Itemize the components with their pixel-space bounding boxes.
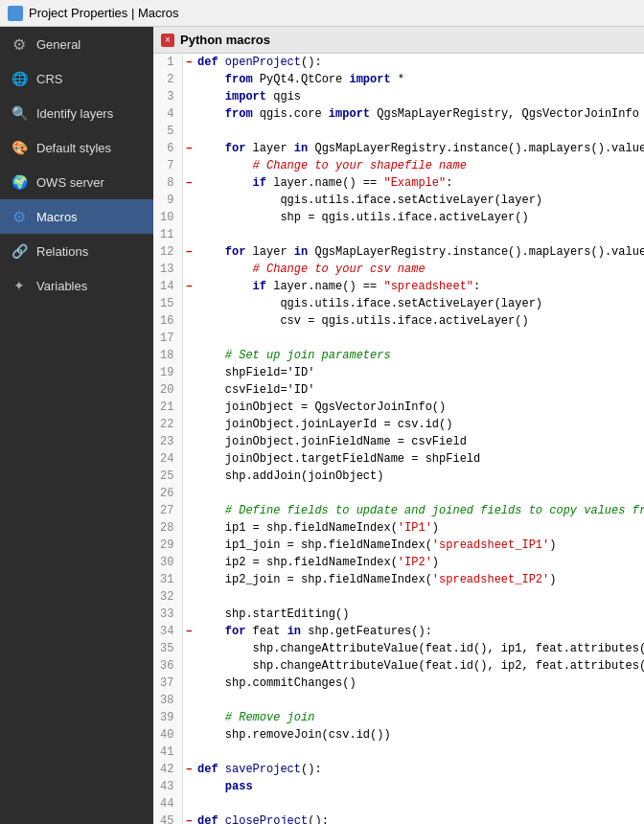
sidebar-item-default-styles[interactable]: Default styles	[0, 130, 153, 165]
table-row: 43 pass	[153, 778, 644, 795]
line-number: 31	[153, 571, 182, 588]
main-container: General CRS Identify layers Default styl…	[0, 27, 644, 824]
line-number: 21	[153, 399, 182, 416]
line-number: 44	[153, 795, 182, 813]
table-row: 42–def saveProject():	[153, 761, 644, 778]
line-indicator: –	[182, 813, 194, 824]
sidebar-item-macros[interactable]: Macros	[0, 199, 153, 234]
line-number: 28	[153, 519, 182, 537]
sidebar: General CRS Identify layers Default styl…	[0, 27, 153, 824]
line-indicator	[182, 726, 194, 744]
table-row: 44	[153, 795, 644, 813]
table-row: 17	[153, 330, 644, 347]
line-number: 40	[153, 726, 182, 744]
line-code: import qgis	[194, 88, 644, 105]
line-indicator	[182, 226, 194, 243]
line-code: shp = qgis.utils.iface.activeLayer()	[194, 209, 644, 226]
line-code: # Change to your csv name	[194, 261, 644, 278]
line-number: 6	[153, 140, 182, 157]
line-number: 38	[153, 692, 182, 709]
line-code: shp.removeJoin(csv.id())	[194, 726, 644, 744]
table-row: 41	[153, 744, 644, 761]
line-indicator	[182, 364, 194, 381]
table-row: 39 # Remove join	[153, 709, 644, 726]
table-row: 29 ip1_join = shp.fieldNameIndex('spread…	[153, 537, 644, 554]
line-number: 3	[153, 88, 182, 105]
line-code: # Set up join parameters	[194, 347, 644, 364]
line-code: if layer.name() == "Example":	[194, 174, 644, 192]
line-number: 33	[153, 606, 182, 623]
line-number: 4	[153, 105, 182, 123]
line-number: 20	[153, 381, 182, 399]
line-number: 2	[153, 71, 182, 88]
identify-icon	[10, 103, 29, 123]
sidebar-item-general[interactable]: General	[0, 27, 153, 61]
line-code: csv = qgis.utils.iface.activeLayer()	[194, 312, 644, 330]
line-number: 12	[153, 243, 182, 261]
table-row: 5	[153, 123, 644, 140]
table-row: 13 # Change to your csv name	[153, 261, 644, 278]
macros-icon	[10, 207, 29, 226]
table-row: 26	[153, 485, 644, 502]
line-indicator	[182, 657, 194, 675]
table-row: 24 joinObject.targetFieldName = shpField	[153, 450, 644, 468]
line-code: # Remove join	[194, 709, 644, 726]
line-indicator: –	[182, 623, 194, 640]
content-area: × Python macros 1–def openProject():2 fr…	[153, 27, 644, 824]
line-code: joinObject = QgsVectorJoinInfo()	[194, 399, 644, 416]
table-row: 3 import qgis	[153, 88, 644, 105]
line-code: # Define fields to update and joined fie…	[194, 502, 644, 519]
sidebar-item-relations[interactable]: Relations	[0, 234, 153, 268]
variables-icon	[10, 276, 29, 295]
table-row: 19 shpField='ID'	[153, 364, 644, 381]
sidebar-label-relations: Relations	[36, 244, 88, 259]
line-code: from PyQt4.QtCore import *	[194, 71, 644, 88]
line-code: qgis.utils.iface.setActiveLayer(layer)	[194, 192, 644, 209]
line-number: 7	[153, 157, 182, 174]
line-number: 23	[153, 433, 182, 450]
table-row: 11	[153, 226, 644, 243]
line-code: for layer in QgsMapLayerRegistry.instanc…	[194, 243, 644, 261]
line-indicator: –	[182, 278, 194, 295]
line-number: 42	[153, 761, 182, 778]
line-code: joinObject.joinLayerId = csv.id()	[194, 416, 644, 433]
line-number: 37	[153, 675, 182, 692]
line-number: 26	[153, 485, 182, 502]
code-editor[interactable]: 1–def openProject():2 from PyQt4.QtCore …	[153, 54, 644, 824]
line-indicator	[182, 675, 194, 692]
line-code: def saveProject():	[194, 761, 644, 778]
sidebar-item-crs[interactable]: CRS	[0, 61, 153, 96]
line-number: 41	[153, 744, 182, 761]
sidebar-label-general: General	[36, 37, 80, 52]
general-icon	[10, 34, 29, 54]
line-indicator	[182, 295, 194, 312]
line-number: 18	[153, 347, 182, 364]
line-code	[194, 692, 644, 709]
sidebar-item-variables[interactable]: Variables	[0, 268, 153, 303]
line-indicator	[182, 468, 194, 485]
sidebar-label-ows: OWS server	[36, 175, 104, 190]
app-icon	[8, 6, 23, 21]
table-row: 27 # Define fields to update and joined …	[153, 502, 644, 519]
line-code: shpField='ID'	[194, 364, 644, 381]
line-indicator	[182, 450, 194, 468]
line-code: from qgis.core import QgsMapLayerRegistr…	[194, 105, 644, 123]
line-indicator	[182, 744, 194, 761]
line-indicator	[182, 157, 194, 174]
line-number: 10	[153, 209, 182, 226]
line-number: 8	[153, 174, 182, 192]
line-code	[194, 330, 644, 347]
title-bar: Project Properties | Macros	[0, 0, 644, 27]
line-indicator	[182, 778, 194, 795]
sidebar-item-identify-layers[interactable]: Identify layers	[0, 96, 153, 130]
line-number: 29	[153, 537, 182, 554]
line-code: ip2 = shp.fieldNameIndex('IP2')	[194, 554, 644, 571]
sidebar-item-ows-server[interactable]: OWS server	[0, 165, 153, 199]
line-code	[194, 485, 644, 502]
line-number: 16	[153, 312, 182, 330]
table-row: 37 shp.commitChanges()	[153, 675, 644, 692]
line-indicator	[182, 571, 194, 588]
close-button[interactable]: ×	[161, 34, 174, 47]
line-code: csvField='ID'	[194, 381, 644, 399]
relations-icon	[10, 241, 29, 261]
